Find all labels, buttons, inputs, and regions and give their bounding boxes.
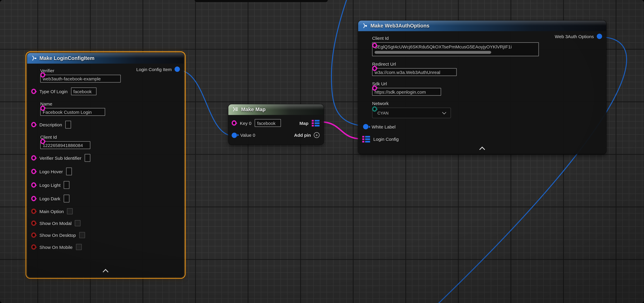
pin-row-main-option: Main Option: [31, 208, 181, 214]
main-option-pin[interactable]: [31, 208, 36, 214]
chevron-down-icon: [442, 110, 446, 114]
logo-dark-input[interactable]: [64, 195, 69, 202]
network-dropdown[interactable]: CYAN: [372, 108, 451, 118]
blueprint-editor: Make LoginConfigItem Login Config Item V…: [0, 0, 644, 303]
show-on-desktop-checkbox[interactable]: [79, 232, 85, 238]
client-id-input[interactable]: 1222658941886084: [40, 141, 90, 149]
pin-row-name: Name Facebook Custom Login: [31, 101, 181, 116]
pin-row-sdk-url: Sdk Url https://sdk.openlogin.com: [363, 81, 603, 96]
node-header[interactable]: Make LoginConfigItem: [27, 53, 184, 64]
value0-pin[interactable]: [232, 132, 237, 138]
pin-label: Show On Desktop: [40, 233, 76, 238]
white-label-pin[interactable]: [363, 124, 368, 130]
map-output-pin[interactable]: [312, 120, 320, 126]
verifier-sub-identifier-input[interactable]: [85, 154, 90, 162]
pin-label: Logo Hover: [40, 169, 63, 174]
logo-light-input[interactable]: [64, 181, 70, 189]
client-id-scrollbar[interactable]: [374, 51, 491, 54]
network-selected-value: CYAN: [378, 110, 388, 115]
pin-row-redirect-url: Redirect Url w3a://com.w3a.Web3AuthUnrea…: [363, 61, 603, 76]
logo-light-pin[interactable]: [31, 182, 36, 188]
node-header[interactable]: Make Map: [228, 104, 324, 115]
pin-label: Client Id: [372, 35, 603, 41]
pin-row-description: Description: [31, 121, 181, 128]
show-on-mobile-pin[interactable]: [31, 244, 36, 250]
type-of-login-pin[interactable]: [31, 89, 36, 94]
description-pin[interactable]: [31, 122, 36, 127]
node-title: Make LoginConfigItem: [40, 56, 94, 61]
description-input[interactable]: [65, 121, 71, 128]
logo-dark-pin[interactable]: [31, 196, 36, 201]
pin-label: Network: [372, 100, 603, 106]
pin-row-logo-light: Logo Light: [31, 181, 181, 189]
collapse-chevron-icon[interactable]: [103, 269, 108, 275]
make-struct-icon: [31, 56, 36, 61]
pin-label: Value 0: [240, 132, 255, 138]
show-on-desktop-pin[interactable]: [31, 232, 36, 238]
pin-label: Type Of Login: [40, 89, 68, 94]
verifier-input[interactable]: web3auth-facebook-example: [40, 75, 121, 82]
collapse-row: [27, 268, 184, 274]
client-id-pin[interactable]: [372, 43, 377, 48]
logo-hover-pin[interactable]: [31, 169, 36, 174]
wire-loginconfigitem-to-value0[interactable]: [177, 70, 234, 136]
show-on-modal-checkbox[interactable]: [75, 220, 80, 226]
name-input[interactable]: Facebook Custom Login: [40, 108, 105, 116]
pin-label: Logo Dark: [40, 196, 60, 201]
add-pin-plus-icon: [314, 132, 320, 138]
collapse-chevron-icon[interactable]: [479, 146, 485, 152]
pin-label: Show On Modal: [40, 221, 72, 226]
pin-row-verifier: Verifier web3auth-facebook-example: [31, 68, 181, 82]
pin-row-show-on-modal: Show On Modal: [31, 220, 181, 226]
pin-row-client-id: Client Id 1222658941886084: [31, 134, 181, 149]
pin-label: Show On Mobile: [40, 244, 72, 250]
key0-input[interactable]: facebook: [255, 119, 281, 127]
redirect-url-input[interactable]: w3a://com.w3a.Web3AuthUnreal: [372, 68, 457, 76]
main-option-checkbox[interactable]: [67, 208, 73, 214]
client-id-input[interactable]: BEglQSgt4cUWcj6SKRdu5QkOXTsePmMcusG5EAoy…: [372, 42, 539, 56]
pin-row-client-id: Client Id BEglQSgt4cUWcj6SKRdu5QkOXTsePm…: [363, 35, 603, 56]
node-header[interactable]: Make Web3AuthOptions: [358, 20, 606, 31]
pin-row-value0: Value 0 Add pin: [232, 132, 320, 138]
key0-pin[interactable]: [232, 120, 236, 126]
pin-label: Logo Light: [40, 182, 60, 188]
pin-row-type-of-login: Type Of Login facebook: [31, 88, 181, 95]
pin-row-network: Network CYAN: [363, 100, 603, 118]
pin-label: Name: [40, 101, 181, 107]
node-title: Make Web3AuthOptions: [370, 23, 429, 29]
pin-row-white-label: White Label: [363, 124, 603, 130]
pin-row-login-config: Login Config: [362, 136, 603, 142]
pin-label: Login Config: [373, 137, 399, 142]
login-config-pin[interactable]: [362, 136, 370, 142]
show-on-modal-pin[interactable]: [31, 220, 36, 226]
make-struct-icon: [362, 23, 368, 29]
pin-row-show-on-mobile: Show On Mobile: [31, 244, 181, 250]
pin-label: Main Option: [40, 209, 64, 214]
pin-row-verifier-sub-identifier: Verifier Sub Identifier: [31, 154, 181, 162]
pin-label: White Label: [372, 124, 396, 129]
node-title: Make Map: [241, 107, 266, 112]
network-pin[interactable]: [372, 106, 377, 112]
pin-label: Verifier: [40, 68, 181, 74]
add-pin-label: Add pin: [294, 132, 311, 138]
pin-label: Key 0: [240, 120, 252, 126]
sdk-url-input[interactable]: https://sdk.openlogin.com: [372, 88, 441, 96]
node-make-map[interactable]: Make Map Key 0 facebook Map: [228, 104, 324, 144]
make-map-icon: [232, 107, 238, 112]
pin-row-show-on-desktop: Show On Desktop: [31, 232, 181, 238]
graph-canvas[interactable]: Make LoginConfigItem Login Config Item V…: [0, 0, 644, 303]
pin-row-logo-dark: Logo Dark: [31, 195, 181, 202]
type-of-login-input[interactable]: facebook: [71, 88, 96, 95]
verifier-sub-identifier-pin[interactable]: [31, 155, 36, 161]
pin-label: Sdk Url: [372, 81, 603, 86]
pin-label: Verifier Sub Identifier: [40, 156, 81, 160]
map-output-label: Map: [300, 120, 308, 126]
add-pin-button[interactable]: Add pin: [294, 132, 320, 138]
collapse-row: [358, 146, 606, 152]
show-on-mobile-checkbox[interactable]: [76, 244, 82, 250]
offscreen-node-edge[interactable]: [195, 0, 328, 2]
pin-label: Client Id: [40, 134, 181, 140]
node-make-web3authoptions[interactable]: Make Web3AuthOptions Web 3Auth Options C…: [358, 20, 606, 154]
node-make-loginconfigitem[interactable]: Make LoginConfigItem Login Config Item V…: [27, 53, 184, 277]
logo-hover-input[interactable]: [66, 168, 72, 176]
